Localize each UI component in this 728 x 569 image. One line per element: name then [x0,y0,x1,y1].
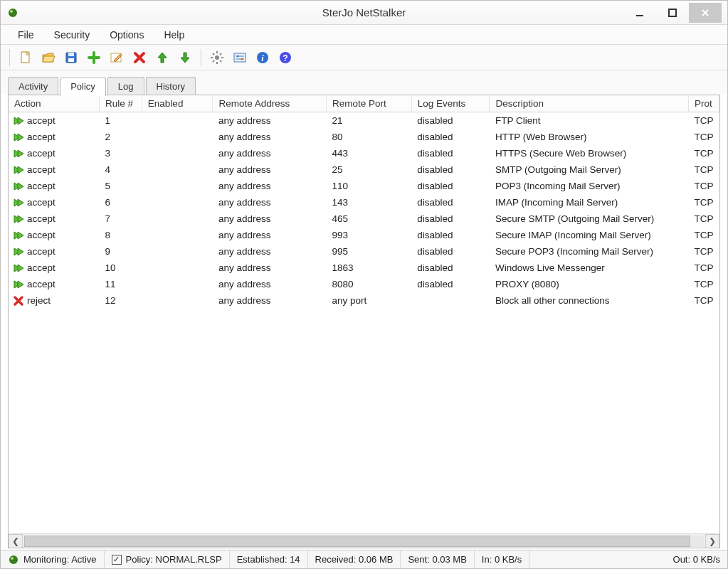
svg-point-11 [237,55,239,57]
col-rule[interactable]: Rule # [99,95,142,112]
status-out: Out: 0 KB/s [666,551,727,568]
svg-rect-6 [68,53,74,56]
table-row[interactable]: accept9any address995disabledSecure POP3… [9,243,719,260]
cell-action: accept [27,197,56,208]
save-icon[interactable] [61,48,81,68]
table-row[interactable]: reject12any addressany portBlock all oth… [9,292,719,309]
table-header-row[interactable]: Action Rule # Enabled Remote Address Rem… [9,95,719,112]
cell-enabled [142,243,213,260]
gear-icon[interactable] [207,48,227,68]
menu-file[interactable]: File [8,26,44,43]
minimize-button[interactable] [623,3,656,23]
policy-table[interactable]: Action Rule # Enabled Remote Address Rem… [9,95,719,309]
svg-point-17 [9,555,18,564]
cell-enabled [142,260,213,276]
table-row[interactable]: accept1any address21disabledFTP ClientTC… [9,112,719,129]
tab-log[interactable]: Log [107,77,144,95]
cell-remote-address: any address [213,227,327,243]
cell-rule: 2 [99,129,142,145]
cell-protocol: TCP [689,129,719,145]
accept-icon [13,279,24,290]
table-row[interactable]: accept10any address1863disabledWindows L… [9,260,719,276]
cell-remote-port: 465 [326,211,411,227]
col-enabled[interactable]: Enabled [142,95,213,112]
cell-log-events: disabled [411,276,490,292]
cell-enabled [142,112,213,129]
cell-log-events: disabled [411,227,490,243]
col-protocol[interactable]: Prot [689,95,719,112]
menu-help[interactable]: Help [154,26,194,43]
add-icon[interactable] [84,48,104,68]
cell-protocol: TCP [689,211,719,227]
table-row[interactable]: accept8any address993disabledSecure IMAP… [9,227,719,243]
cell-enabled [142,145,213,161]
col-action[interactable]: Action [9,95,99,112]
open-folder-icon[interactable] [38,48,58,68]
cell-rule: 5 [99,178,142,194]
status-received: Received: 0.06 MB [308,551,401,568]
accept-icon [13,132,24,143]
table-row[interactable]: accept2any address80disabledHTTP (Web Br… [9,129,719,145]
cell-protocol: TCP [689,260,719,276]
menu-security[interactable]: Security [44,26,100,43]
cell-enabled [142,276,213,292]
table-row[interactable]: accept11any address8080disabledPROXY (80… [9,276,719,292]
maximize-button[interactable] [656,3,689,23]
cell-rule: 11 [99,276,142,292]
cell-remote-port: 25 [326,161,411,178]
status-sent: Sent: 0.03 MB [401,551,474,568]
scroll-left-icon[interactable]: ❮ [9,534,23,548]
statusbar: Monitoring: Active ✓ Policy: NORMAL.RLSP… [1,550,727,568]
table-row[interactable]: accept7any address465disabledSecure SMTP… [9,211,719,227]
window-title: SterJo NetStalker [1,6,727,18]
col-remote-address[interactable]: Remote Address [213,95,327,112]
cell-remote-port: 993 [326,227,411,243]
table-row[interactable]: accept3any address443disabledHTTPS (Secu… [9,145,719,161]
table-row[interactable]: accept4any address25disabledSMTP (Outgoi… [9,161,719,178]
help-icon[interactable]: ? [275,48,295,68]
svg-point-12 [241,58,243,60]
col-log-events[interactable]: Log Events [411,95,490,112]
toolbar: i ? [1,45,727,70]
tab-history[interactable]: History [146,77,196,95]
cell-remote-address: any address [213,243,327,260]
svg-point-9 [215,55,219,60]
svg-point-18 [11,557,14,560]
svg-rect-10 [234,53,246,62]
cell-action: accept [27,164,56,175]
arrow-down-icon[interactable] [175,48,195,68]
status-policy-label: Policy: NORMAL.RLSP [126,554,222,565]
settings-slider-icon[interactable] [230,48,250,68]
tab-policy[interactable]: Policy [60,78,106,96]
new-file-icon[interactable] [16,48,36,68]
cell-remote-port: 443 [326,145,411,161]
edit-icon[interactable] [107,48,127,68]
cell-action: accept [27,181,56,191]
table-row[interactable]: accept6any address143disabledIMAP (Incom… [9,194,719,211]
arrow-up-icon[interactable] [152,48,172,68]
col-remote-port[interactable]: Remote Port [326,95,411,112]
tab-activity[interactable]: Activity [8,77,58,95]
status-established-label: Established: 14 [237,554,300,565]
menu-options[interactable]: Options [100,26,154,43]
scroll-right-icon[interactable]: ❯ [705,534,719,548]
delete-icon[interactable] [130,48,149,68]
scroll-track[interactable] [24,536,704,547]
table-row[interactable]: accept5any address110disabledPOP3 (Incom… [9,178,719,194]
cell-remote-address: any address [213,161,327,178]
cell-description: POP3 (Incoming Mail Server) [490,178,689,194]
cell-remote-address: any address [213,260,327,276]
cell-enabled [142,161,213,178]
horizontal-scrollbar[interactable]: ❮ ❯ [9,533,719,548]
cell-remote-port: 995 [326,243,411,260]
status-in-label: In: 0 KB/s [482,554,522,565]
cell-remote-address: any address [213,178,327,194]
close-button[interactable] [689,3,722,23]
scroll-thumb[interactable] [24,536,690,547]
svg-rect-3 [669,9,676,16]
cell-action: accept [27,230,56,240]
policy-check-icon: ✓ [112,555,122,565]
info-icon[interactable]: i [253,48,273,68]
col-description[interactable]: Description [490,95,689,112]
cell-remote-address: any address [213,194,327,211]
